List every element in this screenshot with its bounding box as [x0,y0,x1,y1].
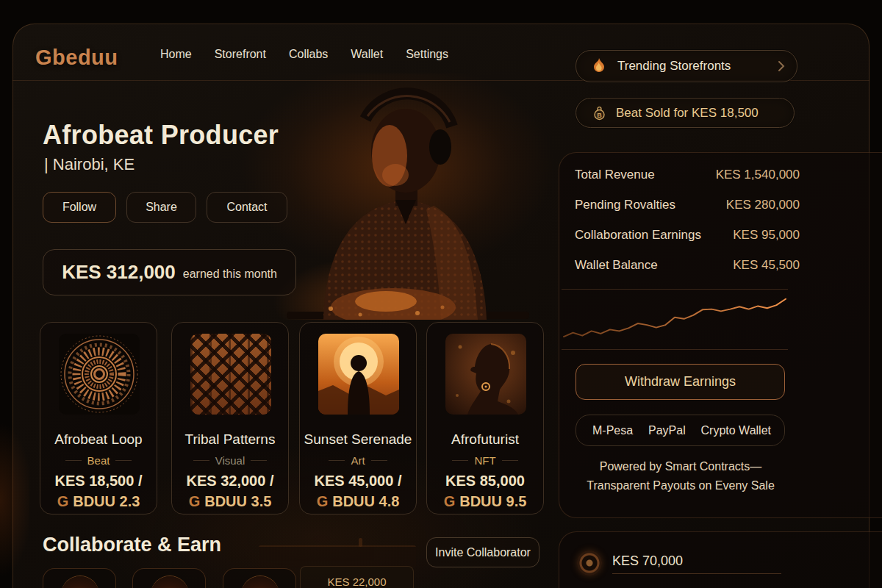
tribal-pattern-art [190,334,271,415]
product-price: KES 32,000 / [172,473,288,490]
share-button[interactable]: Share [126,192,196,223]
beat-sold-label: Beat Sold for KES 18,500 [616,106,759,121]
collaborator-card[interactable] [223,568,296,588]
product-price: KES 18,500 / [40,473,157,490]
product-title: Afrobeat Loop [40,431,157,448]
beat-sold-notification[interactable]: B Beat Sold for KES 18,500 [576,98,795,128]
avatar [241,576,279,588]
payment-methods: M-Pesa PayPal Crypto Wallet [576,415,785,446]
product-card-sunset-serenade[interactable]: Sunset Serenade Art KES 45,000 / GBDUU 4… [299,322,417,514]
product-token-price: GBDUU 2.3 [40,493,157,510]
earned-amount: KES 312,000 [62,261,176,284]
monthly-earnings-banner: KES 312,000 earned this month [43,249,296,295]
product-token-price: GBDUU 4.8 [300,493,416,510]
collaborator-card[interactable] [132,568,206,588]
page-title: Afrobeat Producer [43,120,279,151]
withdraw-earnings-button[interactable]: Withdraw Earnings [576,364,785,400]
product-card-afrobeat-loop[interactable]: Afrobeat Loop Beat KES 18,500 / GBDUU 2.… [40,322,157,514]
nav-item-storefront[interactable]: Storefront [215,48,266,61]
brand-logo[interactable]: Gbeduu [35,46,118,70]
collab-amount-card[interactable]: KES 22,000 [300,566,414,588]
product-card-afrofuturist[interactable]: Afrofuturist NFT KES 85,000 GBDUU 9.5 [426,322,544,514]
product-token-price: GBDUU 3.5 [172,493,288,510]
contact-button[interactable]: Contact [207,192,287,223]
chevron-right-icon [778,60,785,72]
product-price: KES 85,000 [427,473,543,490]
divider [612,573,781,574]
nav-item-collabs[interactable]: Collabs [289,48,328,61]
payment-mpesa[interactable]: M-Pesa [592,424,633,437]
collab-amount: KES 22,000 [301,576,413,588]
coin-icon: B [594,106,605,121]
gbeduu-token-icon: G [57,493,69,509]
royalty-amount: KES 70,000 [612,553,683,569]
gbeduu-token-icon: G [444,493,456,509]
earnings-stats: Total Revenue KES 1,540,000 Pending Rova… [575,168,800,288]
avatar [151,576,189,588]
royalty-panel: KES 70,000 [559,531,882,588]
follow-button[interactable]: Follow [43,192,116,223]
nav-item-settings[interactable]: Settings [406,48,448,61]
profile-actions: Follow Share Contact [43,192,287,223]
nav-item-home[interactable]: Home [160,48,192,61]
vinyl-record-icon [577,551,602,576]
invite-collaborator-button[interactable]: Invite Collaborator [426,537,539,567]
payment-paypal[interactable]: PayPal [648,424,686,437]
product-card-tribal-patterns[interactable]: Tribal Patterns Visual KES 32,000 / GBDU… [171,322,289,514]
avatar [61,576,99,588]
product-title: Sunset Serenade [300,431,416,448]
trending-storefronts-button[interactable]: Trending Storefronts [576,50,797,82]
flame-icon [592,58,606,74]
smart-contracts-note-line2: Transparent Payouts on Eveny Sale [559,479,802,492]
trending-storefronts-label: Trending Storefronts [617,59,731,74]
product-tag: Visual [172,454,288,467]
main-nav: Home Storefront Collabs Wallet Settings [160,48,448,61]
stat-row-collaboration-earnings: Collaboration Earnings KES 95,000 [575,228,800,258]
svg-text:B: B [597,111,602,118]
product-tag: Art [300,454,416,467]
product-token-price: GBDUU 9.5 [427,493,543,510]
stat-row-total-revenue: Total Revenue KES 1,540,000 [575,168,800,198]
mandala-art [59,334,140,415]
product-tag: Beat [40,454,157,467]
earnings-panel: Total Revenue KES 1,540,000 Pending Rova… [559,152,882,518]
gbeduu-token-icon: G [317,493,329,509]
nav-item-wallet[interactable]: Wallet [351,48,383,61]
product-tag: NFT [427,454,543,467]
location-text: | Nairobi, KE [44,155,135,174]
portrait-art [445,334,526,415]
payment-crypto-wallet[interactable]: Crypto Wallet [701,424,771,437]
collaborate-section-title: Collaborate & Earn [43,534,221,556]
product-price: KES 45,000 / [300,473,416,490]
sunset-art [318,334,399,415]
collaborator-card[interactable] [43,568,116,588]
earned-caption: earned this month [183,268,277,281]
smart-contracts-note-line1: Powered by Smart Contracts— [559,460,802,473]
gbeduu-token-icon: G [189,493,201,509]
stat-row-pending-royalties: Pending Rovalties KES 280,000 [575,198,800,228]
stat-row-wallet-balance: Wallet Balance KES 45,500 [575,258,800,288]
earnings-sparkline [562,289,788,350]
product-title: Tribal Patterns [172,431,288,448]
product-title: Afrofuturist [427,431,543,448]
